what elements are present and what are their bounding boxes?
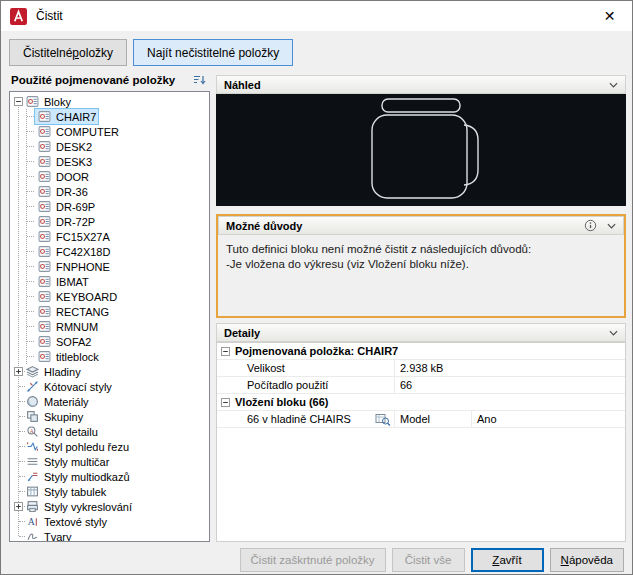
- details-table: Pojmenovaná položka: CHAIR7 Velikost 2.9…: [216, 342, 626, 542]
- tab-label: Najít nečistitelné položky: [147, 46, 279, 60]
- tree-item-block[interactable]: IBMAT: [27, 274, 209, 289]
- preview-section-title: Náhled: [224, 79, 261, 91]
- tree-item-category[interactable]: ATextové styly: [10, 514, 209, 529]
- mode-buttons: Čistitelné položky Najít nečistitelné po…: [9, 39, 293, 66]
- tree-item-label: DESK2: [54, 141, 94, 153]
- detail-style-icon: A: [26, 425, 39, 438]
- tree-item-block[interactable]: DR-36: [27, 184, 209, 199]
- tree-item-block[interactable]: DESK2: [27, 139, 209, 154]
- reason-line-2: -Je vložena do výkresu (viz Vložení blok…: [226, 257, 616, 272]
- details-value: 66: [395, 379, 412, 391]
- block-icon: [26, 95, 39, 108]
- chevron-down-icon[interactable]: [607, 223, 616, 229]
- tree-item-category[interactable]: Styl pohledu řezu: [10, 439, 209, 454]
- tree-item-category[interactable]: Styly vykreslování: [10, 499, 209, 514]
- tree-item-category[interactable]: Skupiny: [10, 409, 209, 424]
- table-style-icon: [26, 485, 39, 498]
- purge-checked-button: Čistit zaškrtnuté položky: [240, 548, 386, 572]
- tree-item-blocks-root[interactable]: Bloky: [10, 94, 209, 109]
- tree-item-label: FNPHONE: [54, 261, 112, 273]
- tree-item-block[interactable]: FNPHONE: [27, 259, 209, 274]
- expand-plus-box[interactable]: [14, 367, 23, 376]
- collapse-minus-box[interactable]: [14, 97, 23, 106]
- text-style-icon: A: [26, 515, 39, 528]
- tree-item-category[interactable]: Materiály: [10, 394, 209, 409]
- tree-item-block[interactable]: CHAIR7: [27, 109, 209, 124]
- chevron-down-icon[interactable]: [609, 82, 618, 88]
- block-icon: [38, 155, 51, 168]
- details-row-insert: 66 v hladině CHAIRS Model Ano: [217, 411, 625, 428]
- info-icon[interactable]: [584, 219, 597, 232]
- tree-item-block[interactable]: DESK3: [27, 154, 209, 169]
- tree-item-block[interactable]: COMPUTER: [27, 124, 209, 139]
- block-icon: [38, 260, 51, 273]
- preview-section-header[interactable]: Náhled: [216, 75, 626, 94]
- tree-item-block[interactable]: titleblock: [27, 349, 209, 364]
- details-value: 2.938 kB: [395, 362, 443, 374]
- tree-item-category[interactable]: Styly multičar: [10, 454, 209, 469]
- block-icon: [38, 320, 51, 333]
- chevron-down-icon[interactable]: [609, 330, 618, 336]
- tree-item-label: DOOR: [54, 171, 91, 183]
- tree-item-block[interactable]: DOOR: [27, 169, 209, 184]
- reason-line-1: Tuto definici bloku není možné čistit z …: [226, 242, 616, 257]
- mline-style-icon: [26, 455, 39, 468]
- tree-item-label: Materiály: [42, 396, 91, 408]
- help-button[interactable]: Nápověda: [550, 548, 624, 572]
- tree-item-block[interactable]: FC42X18D: [27, 244, 209, 259]
- block-icon: [38, 185, 51, 198]
- tree-panel-header: Použité pojmenované položky: [11, 71, 208, 88]
- reasons-section-header[interactable]: Možné důvody: [218, 216, 624, 235]
- tree-item-category[interactable]: Styly tabulek: [10, 484, 209, 499]
- tree-item-label: DR-72P: [54, 216, 97, 228]
- block-icon: [38, 305, 51, 318]
- tree-item-label: RECTANG: [54, 306, 111, 318]
- block-icon: [38, 290, 51, 303]
- tree-item-label: Skupiny: [42, 411, 85, 423]
- tree-item-label: DR-36: [54, 186, 90, 198]
- tree-category-list: HladinyKótovací stylyMateriálySkupinyASt…: [10, 364, 209, 542]
- tree-item-category[interactable]: AStyl detailu: [10, 424, 209, 439]
- details-group-block-insert[interactable]: Vložení bloku (66): [217, 394, 625, 411]
- collapse-minus-box[interactable]: [221, 398, 230, 407]
- tab-find-non-purgeable-items[interactable]: Najít nečistitelné položky: [133, 39, 293, 66]
- expand-plus-box[interactable]: [14, 502, 23, 511]
- tree-item-block[interactable]: RECTANG: [27, 304, 209, 319]
- details-row-size: Velikost 2.938 kB: [217, 360, 625, 377]
- close-dialog-button[interactable]: Zavřít: [471, 548, 544, 572]
- tree-item-label: IBMAT: [54, 276, 91, 288]
- block-icon: [38, 335, 51, 348]
- tree-item-block[interactable]: FC15X27A: [27, 229, 209, 244]
- sort-icon: [192, 73, 207, 87]
- details-group-title: Vložení bloku (66): [235, 396, 329, 408]
- layers-icon: [26, 365, 39, 378]
- tree-item-category[interactable]: Hladiny: [10, 364, 209, 379]
- tree-item-block[interactable]: KEYBOARD: [27, 289, 209, 304]
- tree-item-category[interactable]: Kótovací styly: [10, 379, 209, 394]
- block-icon: [38, 125, 51, 138]
- collapse-minus-box[interactable]: [221, 347, 230, 356]
- block-icon: [38, 275, 51, 288]
- tree-item-block[interactable]: SOFA2: [27, 334, 209, 349]
- tab-purgeable-items[interactable]: Čistitelné položky: [9, 39, 127, 66]
- close-icon[interactable]: ✕: [587, 1, 632, 31]
- tree-item-block[interactable]: DR-72P: [27, 214, 209, 229]
- groups-icon: [26, 410, 39, 423]
- details-group-title: Pojmenovaná položka: CHAIR7: [235, 345, 398, 357]
- tree-item-category[interactable]: Tvary: [10, 529, 209, 542]
- tree-item-label: CHAIR7: [54, 111, 98, 123]
- details-space-value: Model: [395, 411, 472, 427]
- sort-button[interactable]: [190, 72, 208, 88]
- highlight-insert-button[interactable]: [375, 413, 391, 426]
- tree-item-label: KEYBOARD: [54, 291, 119, 303]
- details-row-usage-count: Počítadlo použití 66: [217, 377, 625, 394]
- reasons-text: Tuto definici bloku není možné čistit z …: [218, 235, 624, 279]
- tree-item-label: FC42X18D: [54, 246, 112, 258]
- tree-item-block[interactable]: DR-69P: [27, 199, 209, 214]
- tree-item-block[interactable]: RMNUM: [27, 319, 209, 334]
- tree-item-category[interactable]: Styly multiodkazů: [10, 469, 209, 484]
- details-section-header[interactable]: Detaily: [216, 323, 626, 342]
- block-icon: [38, 200, 51, 213]
- details-group-named-item[interactable]: Pojmenovaná položka: CHAIR7: [217, 343, 625, 360]
- tree-item-label: Hladiny: [42, 366, 83, 378]
